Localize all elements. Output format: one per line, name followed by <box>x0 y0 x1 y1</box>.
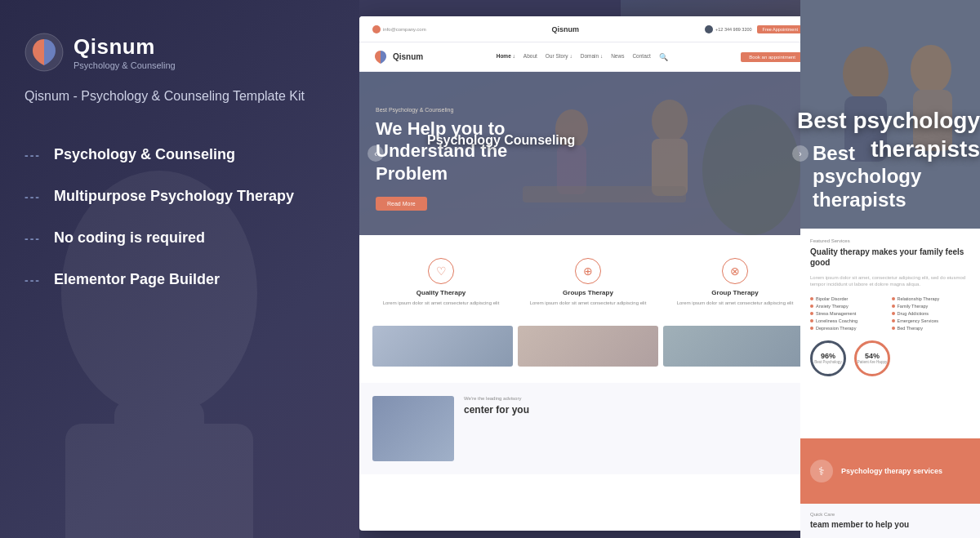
services-photos <box>372 326 804 367</box>
psychology-services-icon: ⚕ <box>810 460 833 482</box>
nav-our-story[interactable]: Our Story ↓ <box>546 53 572 61</box>
therapy-item-10: Bed Therapy <box>892 326 971 331</box>
therapy-list: Bipolar Disorder Relationship Therapy An… <box>810 296 970 331</box>
advisory-content: We're the leading advisory center for yo… <box>464 396 529 417</box>
template-nav-logo: Qisnum <box>372 49 423 65</box>
right-bottom-label: Psychology therapy services <box>841 467 942 475</box>
template-preview-card: info@company.com Qisnum +12 344 989 3200… <box>359 16 817 531</box>
hero-tag: Best Psychology & Counseling <box>376 107 507 113</box>
team-title: team member to help you <box>810 519 970 530</box>
service-card-2: ⊕ Groups Therapy Lorem ipsum dolor sit a… <box>519 251 657 313</box>
logo-area: Qisnum Psychology & Counseling <box>24 33 335 72</box>
stat-circle-1: 96% Best Psychology <box>810 340 846 376</box>
logo-text-group: Qisnum Psychology & Counseling <box>74 34 176 70</box>
topbar-left: info@company.com <box>372 25 426 33</box>
main-preview: Best psychology therapists Psychology Co… <box>359 0 980 538</box>
feature-item-4: --- Elementor Page Builder <box>24 271 335 288</box>
left-panel: Qisnum Psychology & Counseling Qisnum - … <box>0 0 359 538</box>
service-photo-1 <box>372 326 513 367</box>
service-icon-quality: ♡ <box>428 258 454 284</box>
service-desc-1: Lorem ipsum dolor sit amet consectetur a… <box>379 300 503 306</box>
psychology-counseling-overlay: Psychology Counseling <box>427 133 575 148</box>
stat-value-2: 54% <box>865 352 880 360</box>
template-nav-links: Home ↓ About Our Story ↓ Domain ↓ News C… <box>497 53 668 61</box>
hero-heading: We Help you to Understand the Problem <box>376 118 507 185</box>
service-icon-groups: ⊕ <box>575 258 601 284</box>
therapy-dot-3 <box>810 305 813 308</box>
service-card-1: ♡ Quality Therapy Lorem ipsum dolor sit … <box>372 251 510 313</box>
feature-dashes-1: --- <box>24 149 41 162</box>
therapy-dot-10 <box>892 327 895 330</box>
template-hero: ‹ › Best Psychology & Counseling We Help… <box>359 72 817 235</box>
therapy-dot-9 <box>810 327 813 330</box>
team-tag: Quick Care <box>810 512 970 517</box>
search-icon[interactable]: 🔍 <box>659 53 668 61</box>
nav-domain[interactable]: Domain ↓ <box>581 53 603 61</box>
therapy-dot-5 <box>810 312 813 315</box>
service-desc-2: Lorem ipsum dolor sit amet consectetur a… <box>526 300 650 306</box>
right-bottom-card: ⚕ Psychology therapy services <box>800 438 980 504</box>
therapy-item-5: Stress Management <box>810 311 889 316</box>
therapy-dot-7 <box>810 319 813 322</box>
service-desc-3: Lorem ipsum dolor sit amet consectetur a… <box>673 300 797 306</box>
therapy-item-3: Anxiety Therapy <box>810 304 889 309</box>
feature-label-2: Multipurpose Psychology Therapy <box>54 188 294 205</box>
service-title-1: Quality Therapy <box>379 289 503 296</box>
right-panels: Best psychology therapists Featured Serv… <box>800 0 980 538</box>
nav-news[interactable]: News <box>611 53 624 61</box>
topbar-logo: Qisnum <box>552 25 580 33</box>
quality-desc: Lorem ipsum dolor sit amet, consectetur … <box>810 274 970 288</box>
nav-contact[interactable]: Contact <box>632 53 650 61</box>
navbar-cta-button[interactable]: Book an appointment <box>741 52 804 62</box>
hero-arrow-right[interactable]: › <box>792 145 808 162</box>
template-services: ♡ Quality Therapy Lorem ipsum dolor sit … <box>359 235 817 383</box>
template-advisory: We're the leading advisory center for yo… <box>359 383 817 474</box>
nav-about[interactable]: About <box>523 53 537 61</box>
topbar-cta-button[interactable]: Free Appointment <box>757 25 804 33</box>
topbar-mail-icon <box>372 25 381 33</box>
topbar-phone: +12 344 989 3200 <box>715 27 752 32</box>
feature-label-4: Elementor Page Builder <box>54 271 220 288</box>
hero-content: Best Psychology & Counseling We Help you… <box>376 107 507 211</box>
service-photo-3 <box>663 326 804 367</box>
stat-label-1: Best Psychology <box>814 360 841 364</box>
feature-item-2: --- Multipurpose Psychology Therapy <box>24 188 335 205</box>
therapy-item-4: Family Therapy <box>892 304 971 309</box>
team-card: Quick Care team member to help you <box>800 504 980 538</box>
hero-cta-button[interactable]: Read More <box>376 197 427 211</box>
quality-tag: Featured Services <box>810 238 970 243</box>
therapy-item-8: Emergency Services <box>892 318 971 323</box>
advisory-title: center for you <box>464 404 529 417</box>
feature-item-1: --- Psychology & Counseling <box>24 146 335 163</box>
topbar-email: info@company.com <box>383 27 426 32</box>
template-logo-icon <box>372 49 389 65</box>
topbar-right: +12 344 989 3200 Free Appointment <box>705 25 804 33</box>
therapy-item-6: Drug Addictions <box>892 311 971 316</box>
hero-arrow-left[interactable]: ‹ <box>368 145 384 162</box>
stat-value-1: 96% <box>821 352 835 360</box>
service-photo-2 <box>518 326 658 367</box>
nav-home[interactable]: Home ↓ <box>497 53 515 61</box>
therapy-item-7: Loneliness Coaching <box>810 318 889 323</box>
feature-dashes-2: --- <box>24 190 41 203</box>
therapy-item-9: Depression Therapy <box>810 326 889 331</box>
template-nav-logo-text: Qisnum <box>393 52 423 61</box>
therapy-item-2: Relationship Therapy <box>892 296 971 301</box>
therapy-dot-4 <box>892 305 895 308</box>
therapy-dot-6 <box>892 312 895 315</box>
quality-title: Quality therapy makes your family feels … <box>810 247 970 268</box>
brand-tagline: Psychology & Counseling <box>74 60 176 70</box>
brand-logo-icon <box>24 33 64 72</box>
services-grid: ♡ Quality Therapy Lorem ipsum dolor sit … <box>372 251 804 313</box>
advisory-image <box>372 396 454 461</box>
template-navbar: Qisnum Home ↓ About Our Story ↓ Domain ↓… <box>359 42 817 72</box>
feature-label-3: No coding is required <box>54 229 205 247</box>
feature-label-1: Psychology & Counseling <box>54 146 235 163</box>
therapy-dot-2 <box>892 297 895 300</box>
stats-row: 96% Best Psychology 54% Patient Are Happ… <box>810 340 970 376</box>
template-topbar: info@company.com Qisnum +12 344 989 3200… <box>359 16 817 42</box>
therapy-item-1: Bipolar Disorder <box>810 296 889 301</box>
feature-dashes-3: --- <box>24 232 41 245</box>
stat-label-2: Patient Are Happy <box>858 360 887 364</box>
brand-name: Qisnum <box>74 34 176 60</box>
